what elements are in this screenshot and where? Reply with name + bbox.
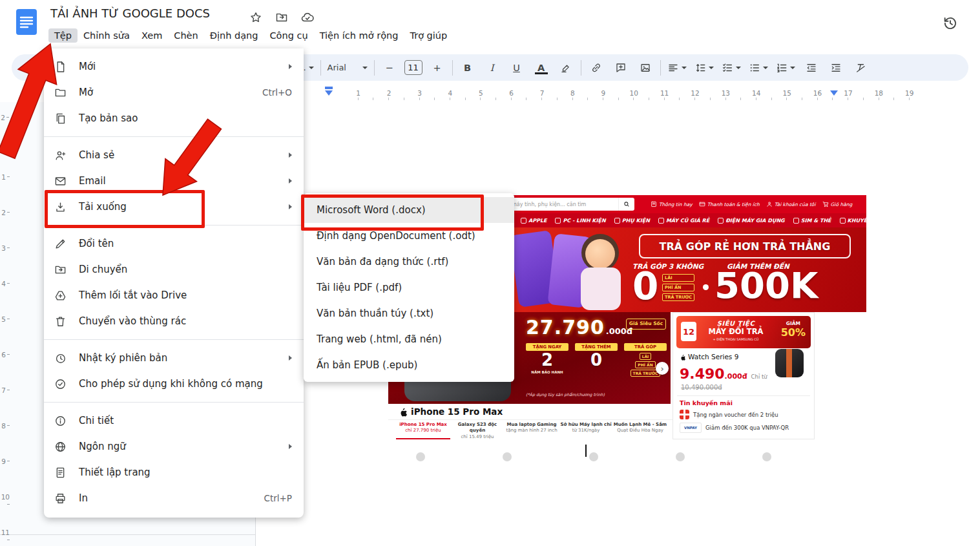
site-link-cart: Giỏ hàng	[822, 201, 853, 207]
new-document-icon	[54, 61, 67, 73]
insert-link-button[interactable]	[587, 59, 606, 77]
rename-pencil-icon	[54, 238, 67, 250]
menu-item-move-to-trash[interactable]: Chuyển vào thùng rác	[44, 308, 304, 334]
text-color-button[interactable]: A	[532, 59, 551, 77]
site-header-links: Thông tin hay Thanh toán & tiện ích Tài …	[651, 195, 852, 213]
font-family-dropdown[interactable]: Arial	[326, 59, 369, 77]
menu-edit[interactable]: Chỉnh sửa	[78, 28, 136, 43]
hero-badges: LÃI PHÍ ẨN TRẢ TRƯỚC	[662, 274, 694, 301]
first-line-indent-marker[interactable]	[325, 87, 333, 89]
menu-item-details[interactable]: Chi tiết	[44, 408, 304, 434]
menu-item-print[interactable]: In Ctrl+P	[44, 485, 304, 511]
decrease-indent-button[interactable]	[802, 59, 821, 77]
language-globe-icon	[54, 441, 67, 453]
add-comment-button[interactable]	[611, 59, 631, 77]
menu-item-new[interactable]: Mới	[44, 54, 304, 79]
menu-insert[interactable]: Chèn	[168, 28, 203, 43]
promo-price: 27.790.000đ	[526, 316, 632, 339]
menu-item-move[interactable]: Di chuyển	[44, 257, 304, 282]
submenu-item-pdf[interactable]: Tài liệu PDF (.pdf)	[304, 275, 514, 300]
google-docs-logo-icon[interactable]	[16, 8, 37, 38]
promo-date-badge: 12	[681, 322, 696, 341]
nav-item: ĐIỆN MÁY GIA DỤNG	[718, 218, 785, 224]
increase-font-size-button[interactable]: +	[428, 59, 447, 77]
submenu-item-txt[interactable]: Văn bản thuần túy (.txt)	[304, 300, 514, 326]
carousel-dot	[503, 452, 512, 461]
chevron-down-icon	[709, 67, 714, 69]
divider	[677, 395, 810, 396]
carousel-dot	[676, 452, 685, 461]
search-icon[interactable]	[22, 61, 36, 75]
right-indent-marker[interactable]	[830, 90, 838, 96]
align-button[interactable]	[666, 59, 688, 77]
version-history-icon	[54, 352, 67, 364]
checklist-button[interactable]	[720, 59, 742, 77]
numbered-list-button[interactable]	[775, 59, 797, 77]
menu-item-language[interactable]: Ngôn ngữ	[44, 434, 304, 459]
menu-item-share[interactable]: Chia sẻ	[44, 142, 304, 168]
toolbar-divider	[320, 60, 321, 76]
menu-item-version-history[interactable]: Nhật ký phiên bản	[44, 345, 304, 371]
menu-item-make-copy[interactable]: Tạo bản sao	[44, 105, 304, 131]
hero-separator-dot	[703, 284, 709, 290]
submenu-item-odt[interactable]: Định dạng OpenDocument (.odt)	[304, 223, 514, 249]
menu-extensions[interactable]: Tiện ích mở rộng	[314, 28, 404, 43]
toolbar-divider	[452, 60, 453, 76]
chevron-down-icon	[309, 67, 314, 69]
gift-icon	[680, 410, 689, 419]
underline-button[interactable]: U	[507, 59, 526, 77]
menu-item-add-shortcut-drive[interactable]: Thêm lối tắt vào Drive	[44, 282, 304, 308]
cloud-status-icon[interactable]	[300, 10, 315, 25]
bulleted-list-button[interactable]	[747, 59, 769, 77]
hero-amount: 500K	[714, 268, 818, 304]
submenu-arrow-icon	[289, 178, 292, 184]
carousel-tab: Sở hữu Máy lạnh chỉtừ 31K/ngày	[559, 420, 613, 439]
nav-item: SIM & THẺ	[793, 218, 831, 224]
font-size-input[interactable]: 11	[404, 60, 422, 75]
menu-separator	[44, 225, 304, 226]
insert-image-button[interactable]	[636, 59, 655, 77]
site-search-bar: máy tính, phụ kiện... cần tìm	[508, 198, 634, 211]
promo-discount: GIẢM 50%	[781, 320, 806, 339]
site-search-icon	[618, 198, 634, 211]
submenu-item-html[interactable]: Trang web (.html, đã nén)	[304, 326, 514, 352]
italic-button[interactable]: I	[483, 59, 502, 77]
left-indent-marker[interactable]	[325, 90, 333, 96]
bold-button[interactable]: B	[458, 59, 477, 77]
hero-title: TRẢ GÓP RẺ HƠN TRẢ THẲNG	[639, 234, 851, 258]
menu-help[interactable]: Trợ giúp	[404, 28, 453, 43]
carousel-tab-strip: iPhone 15 Pro Maxchỉ 27.790 triệu Galaxy…	[388, 420, 672, 439]
menu-file[interactable]: Tệp	[48, 28, 78, 43]
star-icon[interactable]	[249, 10, 263, 25]
menu-item-email[interactable]: Email	[44, 168, 304, 194]
menu-item-page-setup[interactable]: Thiết lập trang	[44, 459, 304, 485]
menu-item-download[interactable]: Tải xuống	[44, 194, 304, 220]
menu-separator	[44, 136, 304, 137]
carousel-tab: Muốn Lạnh Mê - SắmQuạt Điều Hòa Ngay	[613, 420, 667, 439]
apple-logo-icon	[399, 406, 407, 417]
product-name-strip: iPhone 15 Pro Max	[388, 404, 672, 420]
menu-item-rename[interactable]: Đổi tên	[44, 231, 304, 257]
decrease-font-size-button[interactable]: −	[380, 59, 399, 77]
payment-icon	[699, 201, 705, 207]
line-spacing-button[interactable]	[693, 59, 715, 77]
submenu-item-epub[interactable]: Ấn bản EPUB (.epub)	[304, 352, 514, 378]
submenu-item-docx[interactable]: Microsoft Word (.docx)	[304, 197, 514, 223]
menu-item-open[interactable]: Mở Ctrl+O	[44, 79, 304, 105]
menu-item-offline[interactable]: Cho phép sử dụng khi không có mạng	[44, 371, 304, 397]
highlight-color-button[interactable]	[556, 59, 576, 77]
clear-formatting-button[interactable]	[851, 59, 870, 77]
document-title[interactable]: TẢI ẢNH TỪ GOOGLE DOCS	[50, 6, 210, 20]
carousel-tab: Mua laptop Gamingtặng màn hình 27 inch	[505, 420, 559, 439]
promo-banner-title: SIÊU TIỆC MÁY ĐỔI TRẢ + ĐIỆN THOẠI SAMSU…	[701, 320, 771, 341]
menu-format[interactable]: Định dạng	[204, 28, 264, 43]
menu-tools[interactable]: Công cụ	[264, 28, 313, 43]
menubar: Tệp Chỉnh sửa Xem Chèn Định dạng Công cụ…	[48, 27, 453, 44]
increase-indent-button[interactable]	[826, 59, 846, 77]
version-history-icon[interactable]	[940, 13, 961, 34]
move-folder-icon[interactable]	[275, 10, 289, 25]
submenu-item-rtf[interactable]: Văn bản đa dạng thức (.rtf)	[304, 249, 514, 275]
menu-view[interactable]: Xem	[136, 28, 168, 43]
apple-logo-icon	[680, 353, 685, 361]
carousel-tab: Galaxy S23 độc quyềnchỉ 15.49 triệu	[450, 420, 505, 439]
